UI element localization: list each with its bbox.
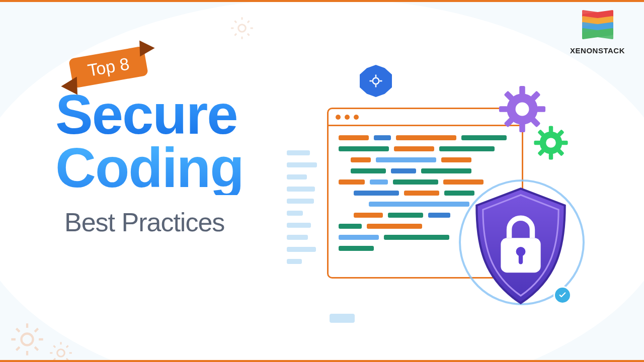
logo-mark-icon (582, 12, 613, 43)
svg-rect-10 (499, 106, 508, 112)
svg-rect-11 (537, 106, 545, 112)
title-line-1: Secure (55, 88, 244, 141)
check-badge-icon (553, 286, 572, 304)
svg-point-2 (57, 349, 65, 357)
brand-logo: XENONSTACK (570, 12, 625, 55)
svg-point-27 (546, 138, 556, 148)
svg-rect-9 (519, 124, 525, 132)
decorative-rect (330, 314, 355, 323)
code-side-bars (287, 150, 317, 264)
gear-icon (533, 125, 569, 160)
window-bar (329, 109, 522, 126)
svg-rect-18 (549, 126, 553, 132)
svg-rect-21 (561, 141, 568, 145)
svg-rect-30 (519, 254, 523, 264)
headline-block: Top 8 Secure Coding Best Practices (55, 52, 244, 237)
title-line-2: Coding (55, 141, 244, 195)
svg-point-1 (21, 333, 33, 345)
svg-point-0 (238, 25, 246, 32)
svg-point-3 (373, 78, 379, 84)
svg-rect-20 (534, 141, 540, 145)
window-dot-icon (354, 115, 359, 120)
window-dot-icon (345, 115, 350, 120)
gear-outline-icon (9, 321, 45, 357)
gear-outline-icon (48, 340, 74, 362)
svg-rect-8 (519, 86, 525, 95)
gear-badge-icon (360, 65, 392, 97)
window-dot-icon (336, 115, 341, 120)
illustration (282, 60, 604, 341)
gear-outline-icon (229, 15, 255, 41)
brand-name: XENONSTACK (570, 46, 625, 55)
svg-rect-19 (549, 153, 553, 160)
subtitle: Best Practices (64, 207, 244, 237)
svg-point-17 (516, 103, 529, 116)
ribbon-badge: Top 8 (68, 46, 148, 88)
